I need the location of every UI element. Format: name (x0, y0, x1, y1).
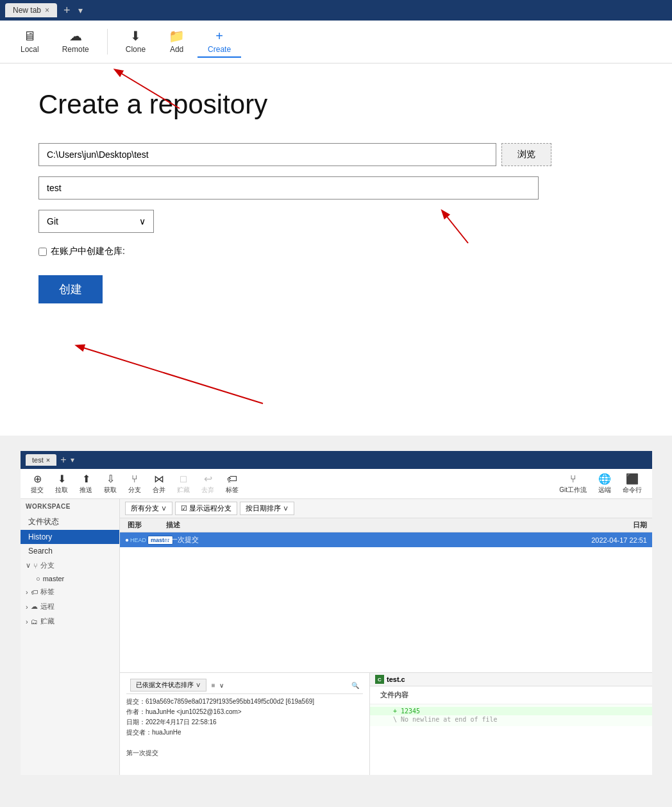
toolbar-remote[interactable]: ☁ Remote (52, 26, 99, 58)
gitflow-icon: ⑂ (570, 473, 576, 485)
repo-toolbar-discard[interactable]: ↩ 去弃 (196, 471, 219, 496)
branch-section-icon: ⑂ (33, 562, 38, 570)
svg-line-2 (77, 346, 263, 404)
grid-view-icon[interactable]: ≡ (212, 682, 215, 689)
repo-tab[interactable]: test × (26, 454, 56, 466)
commit-icon: ⊕ (33, 473, 42, 485)
pull-icon: ⬇ (58, 473, 66, 485)
sidebar-history[interactable]: History (21, 530, 119, 544)
workspace-label: WORKSPACE (21, 499, 119, 514)
arrow-create (0, 333, 269, 410)
new-tab[interactable]: New tab × (5, 3, 57, 17)
commit-description-cell: 第一次提交 (164, 535, 557, 545)
date-sort-filter[interactable]: 按日期排序 ∨ (240, 502, 294, 515)
staged-sort-button[interactable]: 已依据文件状态排序 ∨ (130, 679, 206, 692)
create-account-checkbox[interactable] (38, 248, 47, 256)
commit-label: 提交 (31, 486, 44, 495)
stash-expand-icon: › (26, 618, 28, 625)
sidebar-master-branch[interactable]: ○ master (21, 573, 119, 584)
sidebar-branch-section[interactable]: ∨ ⑂ 分支 (21, 558, 119, 573)
repo-toolbar-terminal[interactable]: ⬛ 命令行 (617, 471, 647, 496)
toolbar-create[interactable]: + Create (197, 26, 241, 58)
sidebar-search[interactable]: Search (21, 544, 119, 558)
path-input[interactable] (38, 143, 496, 166)
vcs-select[interactable]: Git ∨ (38, 210, 154, 233)
file-content-label: 文件内容 (370, 686, 652, 704)
toolbar-local[interactable]: 🖥 Local (10, 26, 49, 58)
fetch-icon: ⇩ (106, 473, 115, 485)
repo-toolbar-push[interactable]: ⬆ 推送 (74, 471, 97, 496)
repo-toolbar-tag[interactable]: 🏷 标签 (221, 472, 244, 496)
repository-window: test × + ▾ ⊕ 提交 ⬇ 拉取 ⬆ 推送 ⇩ 获取 ⑂ 分支 ⋈ 合并 (21, 451, 652, 775)
toolbar-add[interactable]: 📁 Add (158, 26, 195, 58)
repo-toolbar-gitflow[interactable]: ⑂ Git工作流 (554, 472, 592, 496)
repo-tab-close[interactable]: × (46, 456, 50, 464)
stash-icon: □ (180, 473, 187, 485)
commit-table-header: 图形 描述 日期 (120, 518, 652, 532)
discard-icon: ↩ (204, 473, 212, 485)
repo-toolbar-pull[interactable]: ⬇ 拉取 (50, 471, 73, 496)
file-type-icon: C (375, 675, 384, 684)
browse-button[interactable]: 浏览 (501, 143, 551, 166)
sidebar-tags-section[interactable]: › 🏷 标签 (21, 584, 119, 599)
create-content-area: Create a repository 浏览 Git ∨ 在账户中 (0, 64, 672, 436)
tab-dropdown-icon[interactable]: ▾ (76, 5, 85, 15)
stash-section-icon: 🗂 (31, 618, 38, 625)
create-account-row: 在账户中创建仓库: (38, 246, 551, 257)
date-column-header: 日期 (557, 520, 647, 530)
show-remote-filter[interactable]: ☑ 显示远程分支 (175, 502, 237, 515)
create-account-label: 在账户中创建仓库: (51, 246, 125, 257)
empty-commit-area (120, 547, 652, 672)
repo-tab-bar: test × + ▾ (21, 451, 652, 469)
commit-info-block: 提交：619a569c7859e8a01729f1935e95bb149f5c0… (126, 697, 363, 758)
search-icon[interactable]: 🔍 (351, 682, 359, 689)
all-branches-filter[interactable]: 所有分支 ∨ (125, 502, 172, 515)
browser-tab-bar: New tab × + ▾ (0, 0, 672, 21)
remote-repo-label: 远端 (598, 486, 611, 495)
commit-date-detail: 日期：2022年4月17日 22:58:16 (126, 717, 363, 727)
repo-toolbar-commit[interactable]: ⊕ 提交 (26, 471, 49, 496)
commit-date: 2022-04-17 22:51 (591, 536, 647, 544)
diff-line-note-text: \ No newline at end of file (393, 716, 498, 723)
repo-add-tab-button[interactable]: + (56, 454, 70, 466)
repo-toolbar-merge[interactable]: ⋈ 合并 (147, 471, 171, 496)
sidebar-stash-section[interactable]: › 🗂 贮藏 (21, 614, 119, 629)
branch-expand-icon: ∨ (26, 561, 31, 570)
create-button[interactable]: 创建 (38, 275, 103, 303)
vcs-select-value: Git (47, 216, 58, 226)
head-badge: HEAD (130, 537, 146, 543)
repo-toolbar-fetch[interactable]: ⇩ 获取 (99, 471, 122, 496)
sidebar-file-status[interactable]: 文件状态 (21, 514, 119, 530)
commit-author: 作者：huaJunHe <jun10252@163.com> (126, 707, 363, 717)
staged-sort-label: 已依据文件状态排序 ∨ (136, 681, 201, 688)
repo-toolbar-remote[interactable]: 🌐 远端 (593, 471, 616, 496)
merge-label: 合并 (153, 486, 165, 495)
push-icon: ⬆ (82, 473, 90, 485)
merge-icon: ⋈ (154, 473, 164, 485)
sidebar-remote-section[interactable]: › ☁ 远程 (21, 599, 119, 614)
commit-message: 第一次提交 (126, 748, 363, 758)
commit-graph-cell: ● HEAD master (125, 536, 164, 545)
repo-tab-dropdown-icon[interactable]: ▾ (71, 455, 74, 464)
description-column-header: 描述 (164, 520, 557, 530)
main-toolbar: 🖥 Local ☁ Remote ⬇ Clone 📁 Add + Create (0, 21, 672, 64)
repo-name-input[interactable] (38, 176, 539, 200)
tab-close-button[interactable]: × (45, 6, 49, 15)
remote-section-icon: ☁ (31, 602, 38, 611)
repo-toolbar-branch[interactable]: ⑂ 分支 (123, 472, 146, 496)
remote-icon: ☁ (69, 28, 82, 44)
discard-label: 去弃 (201, 486, 214, 495)
repo-tab-label: test (32, 456, 44, 464)
repo-toolbar-stash[interactable]: □ 贮藏 (172, 472, 195, 496)
pull-label: 拉取 (55, 486, 68, 495)
branch-section-label: 分支 (40, 561, 55, 570)
new-tab-button[interactable]: + (58, 4, 76, 17)
remote-expand-icon: › (26, 603, 28, 611)
commit-row[interactable]: ● HEAD master 第一次提交 2022-04-17 22:51 (120, 532, 652, 547)
toolbar-clone[interactable]: ⬇ Clone (115, 26, 156, 58)
path-row: 浏览 (38, 143, 551, 166)
page-title: Create a repository (38, 89, 634, 120)
staged-dropdown-icon[interactable]: ∨ (219, 682, 224, 689)
commit-filters: 所有分支 ∨ ☑ 显示远程分支 按日期排序 ∨ (120, 499, 652, 518)
vcs-select-row: Git ∨ (38, 210, 551, 233)
